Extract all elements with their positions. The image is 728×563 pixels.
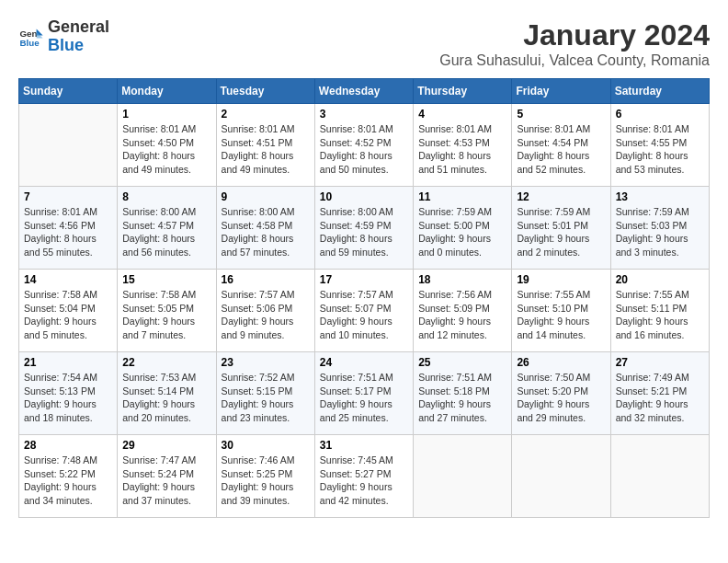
calendar-week-row: 1Sunrise: 8:01 AMSunset: 4:50 PMDaylight… bbox=[19, 104, 710, 187]
calendar-cell: 13Sunrise: 7:59 AMSunset: 5:03 PMDayligh… bbox=[610, 187, 709, 270]
day-number: 5 bbox=[517, 108, 605, 121]
calendar-cell: 31Sunrise: 7:45 AMSunset: 5:27 PMDayligh… bbox=[314, 435, 413, 518]
day-info: Sunrise: 7:51 AMSunset: 5:17 PMDaylight:… bbox=[320, 371, 408, 425]
calendar-cell: 17Sunrise: 7:57 AMSunset: 5:07 PMDayligh… bbox=[314, 270, 413, 352]
calendar-cell: 18Sunrise: 7:56 AMSunset: 5:09 PMDayligh… bbox=[414, 270, 512, 352]
calendar-cell bbox=[414, 435, 512, 518]
logo-icon: Gen Blue bbox=[18, 24, 44, 50]
day-info: Sunrise: 7:59 AMSunset: 5:00 PMDaylight:… bbox=[418, 205, 506, 259]
day-info: Sunrise: 7:47 AMSunset: 5:24 PMDaylight:… bbox=[122, 454, 210, 508]
day-info: Sunrise: 8:01 AMSunset: 4:55 PMDaylight:… bbox=[616, 122, 704, 177]
day-number: 23 bbox=[222, 356, 310, 369]
day-number: 1 bbox=[122, 108, 210, 121]
day-number: 24 bbox=[320, 356, 408, 369]
day-number: 21 bbox=[24, 356, 112, 369]
day-info: Sunrise: 7:56 AMSunset: 5:09 PMDaylight:… bbox=[418, 288, 506, 342]
day-info: Sunrise: 7:51 AMSunset: 5:18 PMDaylight:… bbox=[418, 371, 506, 425]
day-info: Sunrise: 7:54 AMSunset: 5:13 PMDaylight:… bbox=[24, 371, 112, 425]
calendar-cell: 14Sunrise: 7:58 AMSunset: 5:04 PMDayligh… bbox=[19, 270, 118, 352]
day-info: Sunrise: 7:49 AMSunset: 5:21 PMDaylight:… bbox=[616, 371, 704, 425]
calendar-cell: 25Sunrise: 7:51 AMSunset: 5:18 PMDayligh… bbox=[414, 352, 512, 435]
calendar-week-row: 14Sunrise: 7:58 AMSunset: 5:04 PMDayligh… bbox=[19, 270, 710, 352]
calendar-week-row: 28Sunrise: 7:48 AMSunset: 5:22 PMDayligh… bbox=[19, 435, 710, 518]
month-title: January 2024 bbox=[439, 18, 710, 52]
calendar-cell: 11Sunrise: 7:59 AMSunset: 5:00 PMDayligh… bbox=[414, 187, 512, 270]
calendar-cell: 16Sunrise: 7:57 AMSunset: 5:06 PMDayligh… bbox=[216, 270, 314, 352]
calendar-cell: 21Sunrise: 7:54 AMSunset: 5:13 PMDayligh… bbox=[19, 352, 118, 435]
day-number: 8 bbox=[122, 190, 210, 203]
day-info: Sunrise: 7:48 AMSunset: 5:22 PMDaylight:… bbox=[24, 454, 112, 508]
calendar-cell: 30Sunrise: 7:46 AMSunset: 5:25 PMDayligh… bbox=[216, 435, 314, 518]
calendar-cell: 4Sunrise: 8:01 AMSunset: 4:53 PMDaylight… bbox=[414, 104, 512, 187]
weekday-header-sunday: Sunday bbox=[19, 79, 118, 104]
weekday-header-monday: Monday bbox=[118, 79, 216, 104]
calendar-cell: 27Sunrise: 7:49 AMSunset: 5:21 PMDayligh… bbox=[610, 352, 709, 435]
day-info: Sunrise: 8:01 AMSunset: 4:56 PMDaylight:… bbox=[24, 205, 112, 259]
day-info: Sunrise: 7:55 AMSunset: 5:10 PMDaylight:… bbox=[517, 288, 605, 342]
location-title: Gura Suhasului, Valcea County, Romania bbox=[439, 52, 710, 69]
calendar-cell bbox=[512, 435, 610, 518]
day-number: 31 bbox=[320, 439, 408, 452]
calendar-cell bbox=[610, 435, 709, 518]
day-info: Sunrise: 8:01 AMSunset: 4:50 PMDaylight:… bbox=[122, 122, 210, 177]
day-number: 13 bbox=[616, 190, 704, 203]
logo-blue-text: Blue bbox=[48, 37, 109, 55]
day-number: 16 bbox=[222, 273, 310, 286]
day-number: 12 bbox=[517, 190, 605, 203]
calendar-cell: 15Sunrise: 7:58 AMSunset: 5:05 PMDayligh… bbox=[118, 270, 216, 352]
calendar-cell: 12Sunrise: 7:59 AMSunset: 5:01 PMDayligh… bbox=[512, 187, 610, 270]
weekday-header-row: SundayMondayTuesdayWednesdayThursdayFrid… bbox=[19, 79, 710, 104]
page-header: Gen Blue General Blue January 2024 Gura … bbox=[18, 18, 710, 69]
calendar-cell: 24Sunrise: 7:51 AMSunset: 5:17 PMDayligh… bbox=[314, 352, 413, 435]
day-info: Sunrise: 7:55 AMSunset: 5:11 PMDaylight:… bbox=[616, 288, 704, 342]
calendar-week-row: 21Sunrise: 7:54 AMSunset: 5:13 PMDayligh… bbox=[19, 352, 710, 435]
weekday-header-friday: Friday bbox=[512, 79, 610, 104]
day-number: 2 bbox=[222, 108, 310, 121]
calendar-cell: 23Sunrise: 7:52 AMSunset: 5:15 PMDayligh… bbox=[216, 352, 314, 435]
day-info: Sunrise: 7:58 AMSunset: 5:05 PMDaylight:… bbox=[122, 288, 210, 342]
calendar-table: SundayMondayTuesdayWednesdayThursdayFrid… bbox=[18, 78, 710, 518]
svg-text:Blue: Blue bbox=[19, 38, 40, 48]
day-number: 14 bbox=[24, 273, 112, 286]
logo: Gen Blue General Blue bbox=[18, 18, 109, 55]
day-number: 25 bbox=[418, 356, 506, 369]
calendar-cell: 28Sunrise: 7:48 AMSunset: 5:22 PMDayligh… bbox=[19, 435, 118, 518]
day-info: Sunrise: 7:52 AMSunset: 5:15 PMDaylight:… bbox=[222, 371, 310, 425]
weekday-header-thursday: Thursday bbox=[414, 79, 512, 104]
day-info: Sunrise: 7:46 AMSunset: 5:25 PMDaylight:… bbox=[222, 454, 310, 508]
day-number: 9 bbox=[222, 190, 310, 203]
day-number: 28 bbox=[24, 439, 112, 452]
day-number: 20 bbox=[616, 273, 704, 286]
day-number: 4 bbox=[418, 108, 506, 121]
day-number: 17 bbox=[320, 273, 408, 286]
calendar-cell: 8Sunrise: 8:00 AMSunset: 4:57 PMDaylight… bbox=[118, 187, 216, 270]
day-number: 27 bbox=[616, 356, 704, 369]
calendar-cell: 5Sunrise: 8:01 AMSunset: 4:54 PMDaylight… bbox=[512, 104, 610, 187]
day-number: 7 bbox=[24, 190, 112, 203]
weekday-header-wednesday: Wednesday bbox=[314, 79, 413, 104]
day-info: Sunrise: 7:53 AMSunset: 5:14 PMDaylight:… bbox=[122, 371, 210, 425]
day-info: Sunrise: 7:59 AMSunset: 5:03 PMDaylight:… bbox=[616, 205, 704, 259]
calendar-cell: 20Sunrise: 7:55 AMSunset: 5:11 PMDayligh… bbox=[610, 270, 709, 352]
day-number: 10 bbox=[320, 190, 408, 203]
calendar-cell: 26Sunrise: 7:50 AMSunset: 5:20 PMDayligh… bbox=[512, 352, 610, 435]
calendar-cell: 19Sunrise: 7:55 AMSunset: 5:10 PMDayligh… bbox=[512, 270, 610, 352]
calendar-cell bbox=[19, 104, 118, 187]
day-info: Sunrise: 7:58 AMSunset: 5:04 PMDaylight:… bbox=[24, 288, 112, 342]
day-number: 26 bbox=[517, 356, 605, 369]
calendar-cell: 6Sunrise: 8:01 AMSunset: 4:55 PMDaylight… bbox=[610, 104, 709, 187]
calendar-week-row: 7Sunrise: 8:01 AMSunset: 4:56 PMDaylight… bbox=[19, 187, 710, 270]
day-info: Sunrise: 7:45 AMSunset: 5:27 PMDaylight:… bbox=[320, 454, 408, 508]
day-number: 18 bbox=[418, 273, 506, 286]
day-number: 19 bbox=[517, 273, 605, 286]
calendar-header: SundayMondayTuesdayWednesdayThursdayFrid… bbox=[19, 79, 710, 104]
calendar-cell: 29Sunrise: 7:47 AMSunset: 5:24 PMDayligh… bbox=[118, 435, 216, 518]
weekday-header-saturday: Saturday bbox=[610, 79, 709, 104]
day-number: 6 bbox=[616, 108, 704, 121]
day-info: Sunrise: 8:01 AMSunset: 4:52 PMDaylight:… bbox=[320, 122, 408, 177]
day-info: Sunrise: 8:00 AMSunset: 4:57 PMDaylight:… bbox=[122, 205, 210, 259]
day-number: 22 bbox=[122, 356, 210, 369]
day-info: Sunrise: 7:59 AMSunset: 5:01 PMDaylight:… bbox=[517, 205, 605, 259]
day-info: Sunrise: 7:57 AMSunset: 5:06 PMDaylight:… bbox=[222, 288, 310, 342]
day-number: 15 bbox=[122, 273, 210, 286]
